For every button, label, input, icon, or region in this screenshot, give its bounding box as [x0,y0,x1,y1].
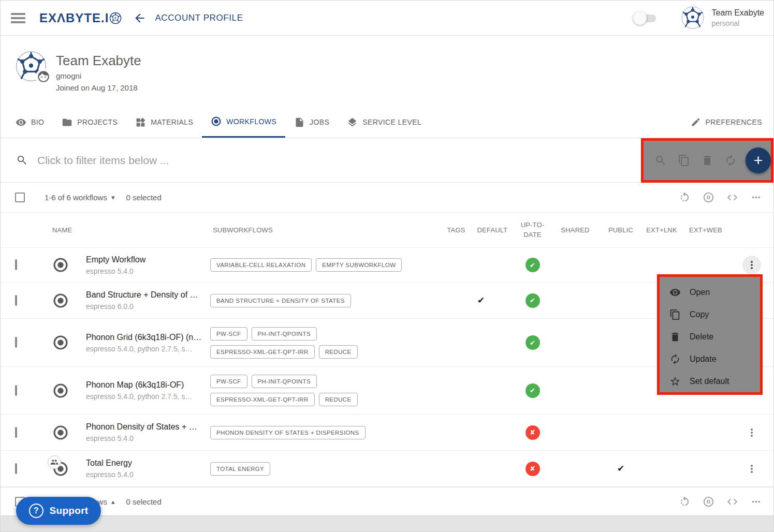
sync-icon[interactable] [724,154,737,167]
menu-item-update[interactable]: Update [660,348,760,370]
pause-circle-icon[interactable] [703,191,714,203]
tab-jobs[interactable]: JOBS [285,107,338,138]
workflow-name[interactable]: Phonon Density of States + … [86,422,204,432]
profile-tabs: BIO PROJECTS MATERIALS WORKFLOWS JOBS SE… [1,107,773,138]
actions-annotation-box: + [641,138,773,183]
workflow-name[interactable]: Band Structure + Density of … [86,290,204,300]
more-horiz-icon[interactable] [750,191,762,203]
account-name: Team Exabyte [712,8,764,18]
eye-icon [669,287,681,298]
list-toolbar-bottom: 1-6 of 6 workflows ▴ 0 selected [1,487,773,515]
workflow-name[interactable]: Phonon Map (6k3q18i-OF) [86,380,204,390]
row-checkbox[interactable] [15,463,17,474]
search-action-icon[interactable] [654,154,667,167]
table-header: NAME SUBWORKFLOWS TAGS DEFAULT UP-TO-DAT… [1,213,773,248]
tab-projects[interactable]: PROJECTS [53,107,126,138]
layers-icon [347,117,358,128]
chevron-up-icon[interactable]: ▴ [111,498,115,506]
pencil-icon [691,117,701,127]
menu-item-label: Copy [690,310,709,319]
subworkflow-chip[interactable]: VARIABLE-CELL RELAXATION [210,258,312,272]
select-all-checkbox[interactable] [15,193,25,202]
subworkflow-chip[interactable]: PHONON DENSITY OF STATES + DISPERSIONS [210,426,366,439]
tab-service-level[interactable]: SERVICE LEVEL [338,107,430,138]
app-logo[interactable]: EXΛBYTE.I [39,11,122,25]
subworkflow-chip[interactable]: ESPRESSO-XML-GET-QPT-IRR [210,393,315,406]
menu-icon[interactable] [11,13,25,23]
menu-item-label: Delete [690,332,713,342]
pagination-range[interactable]: 1-6 of 6 workflows [45,193,107,202]
tab-bio[interactable]: BIO [7,107,53,138]
up-to-date-badge: ✔ [525,335,540,350]
row-menu-button[interactable] [742,256,761,274]
tab-label: SERVICE LEVEL [362,118,421,126]
out-of-date-badge: ✘ [525,462,540,476]
row-checkbox[interactable] [15,295,17,306]
subworkflow-chip[interactable]: PH-INIT-QPOINTS [252,375,317,388]
tab-label: MATERIALS [151,118,193,126]
restore-icon[interactable] [679,191,691,203]
subworkflow-chip[interactable]: REDUCE [319,393,358,406]
user-face-icon [36,69,51,84]
column-tags: TAGS [447,226,465,234]
chevron-down-icon[interactable]: ▾ [111,194,115,201]
workflow-subtitle: espresso 5.4.0, python 2.7.5, s… [86,345,204,353]
workflow-icon [45,461,83,477]
default-check-icon: ✔ [477,295,485,305]
restore-icon[interactable] [679,496,691,508]
row-checkbox[interactable] [15,427,17,438]
preferences-button[interactable]: PREFERENCES [682,107,771,138]
column-default: DEFAULT [477,226,508,234]
eye-icon [16,117,26,128]
pause-circle-icon[interactable] [703,496,714,508]
menu-item-label: Open [690,288,710,297]
row-menu-button[interactable] [746,463,758,475]
delete-icon [669,331,681,343]
workflow-name[interactable]: Empty Workflow [86,255,204,264]
code-icon[interactable] [726,191,738,203]
filter-input[interactable] [37,154,400,167]
plus-icon: + [754,152,763,169]
delete-icon[interactable] [701,154,713,167]
subworkflow-chip[interactable]: REDUCE [319,345,358,359]
subworkflow-chip[interactable]: BAND STRUCTURE + DENSITY OF STATES [210,294,351,307]
subworkflow-chip[interactable]: PW-SCF [210,327,247,341]
row-checkbox[interactable] [15,337,17,348]
back-arrow-icon[interactable] [133,11,147,25]
column-shared: SHARED [561,226,589,234]
add-workflow-button[interactable]: + [746,147,771,173]
row-checkbox[interactable] [15,259,17,270]
row-checkbox[interactable] [15,385,17,396]
menu-item-open[interactable]: Open [660,281,760,303]
workflow-name[interactable]: Phonon Grid (6k3q18i-OF) (n… [86,333,204,342]
theme-toggle[interactable] [633,13,656,23]
workflow-subtitle: espresso 5.4.0 [86,470,204,479]
copy-icon[interactable] [678,154,690,167]
menu-item-label: Set default [690,377,729,386]
subworkflow-chip[interactable]: EMPTY SUBWORKFLOW [316,258,402,272]
subworkflow-chip[interactable]: TOTAL ENERGY [210,462,270,476]
menu-item-delete[interactable]: Delete [660,326,760,348]
workflow-icon [45,382,83,399]
subworkflow-chip[interactable]: PH-INIT-QPOINTS [252,327,317,341]
list-toolbar-top: 1-6 of 6 workflows ▾ 0 selected [1,183,773,213]
workflow-name[interactable]: Total Energy [86,459,204,468]
support-button[interactable]: ? Support [16,497,101,525]
menu-item-copy[interactable]: Copy [660,303,760,326]
workflow-icon [45,334,83,351]
check-icon: ✔ [530,297,535,304]
tab-materials[interactable]: MATERIALS [126,107,202,138]
row-menu-button[interactable] [746,426,758,439]
code-icon[interactable] [726,496,738,508]
account-role: personal [712,19,764,27]
more-horiz-icon[interactable] [750,496,762,508]
account-menu[interactable]: Team Exabyte personal [681,6,764,29]
subworkflow-chip[interactable]: PW-SCF [210,375,247,388]
folder-icon [62,117,72,128]
subworkflow-chip[interactable]: ESPRESSO-XML-GET-QPT-IRR [210,345,315,359]
profile-joined-date: Joined on Aug 17, 2018 [56,83,138,92]
column-up-to-date: UP-TO-DATE [517,220,548,239]
tab-workflows[interactable]: WORKFLOWS [202,107,285,138]
file-icon [294,117,305,128]
menu-item-set-default[interactable]: Set default [660,370,760,392]
